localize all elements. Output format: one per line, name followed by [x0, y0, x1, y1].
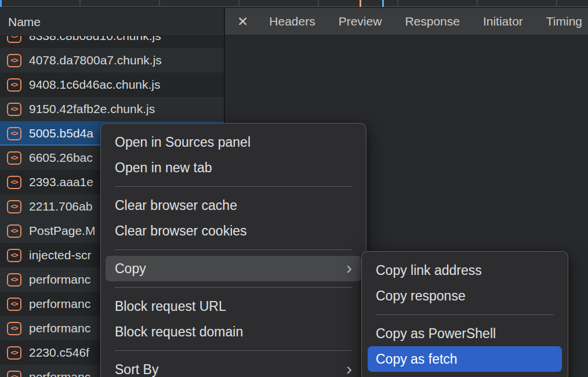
script-file-icon: <>	[7, 346, 21, 360]
menu-item-clear-browser-cookies[interactable]: Clear browser cookies	[101, 218, 366, 244]
table-row-9150-42fafb2e-chunk-js[interactable]: <> 9150.42fafb2e.chunk.js	[0, 97, 224, 121]
menu-separator	[376, 314, 554, 315]
menu-item-block-request-domain[interactable]: Block request domain	[101, 319, 366, 345]
file-name: 6605.26bac	[29, 151, 93, 165]
menu-item-sort-by[interactable]: Sort By ›	[101, 357, 366, 377]
script-file-icon: <>	[7, 298, 21, 311]
file-name: 2230.c546f	[29, 346, 89, 360]
script-file-icon: <>	[7, 322, 21, 335]
script-file-icon: <>	[7, 151, 21, 165]
overview-gridline	[79, 0, 81, 7]
overview-gridline	[238, 0, 239, 7]
script-file-icon: <>	[7, 176, 21, 189]
menu-separator	[115, 350, 352, 351]
file-name: 5005.b5d4a	[29, 126, 93, 140]
network-overview-strip[interactable]	[0, 0, 588, 7]
table-row-8338-c8b08d10-chunk-js[interactable]: <> 8338.c8b08d10.chunk.js	[0, 36, 224, 48]
menu-item-label: Clear browser cookies	[115, 223, 247, 239]
menu-item-label: Clear browser cache	[115, 198, 237, 213]
menu-item-copy[interactable]: Copy ›	[106, 256, 361, 281]
table-row-9408-1c6d46ac-chunk-js[interactable]: <> 9408.1c6d46ac.chunk.js	[0, 72, 224, 97]
menu-separator	[115, 186, 352, 187]
overview-gridline	[318, 0, 319, 7]
menu-item-copy-response[interactable]: Copy response	[362, 283, 568, 309]
menu-item-label: Copy link address	[376, 263, 482, 278]
menu-separator	[115, 287, 352, 288]
menu-item-label: Block request domain	[115, 324, 243, 340]
details-tabbar: ✕ HeadersPreviewResponseInitiatorTiming	[225, 8, 588, 36]
load-event-marker	[382, 0, 384, 7]
file-name: performanc	[29, 321, 90, 335]
menu-item-label: Sort By	[115, 362, 158, 377]
file-name: 9408.1c6d46ac.chunk.js	[29, 78, 161, 92]
close-details-icon[interactable]: ✕	[237, 14, 248, 30]
menu-item-clear-browser-cache[interactable]: Clear browser cache	[101, 193, 366, 218]
overview-gridline	[159, 0, 160, 7]
overview-gridline	[477, 0, 478, 7]
script-file-icon: <>	[7, 200, 21, 213]
menu-item-label: Open in Sources panel	[115, 135, 251, 150]
selection-start-marker	[0, 0, 2, 7]
chevron-right-icon: ›	[346, 255, 352, 281]
file-name: 2211.706ab	[29, 200, 92, 213]
table-row-4078-da7800a7-chunk-js[interactable]: <> 4078.da7800a7.chunk.js	[0, 48, 224, 72]
script-file-icon: <>	[7, 103, 21, 116]
menu-item-label: Copy response	[376, 288, 466, 304]
name-column-label: Name	[8, 15, 41, 29]
menu-item-copy-link-address[interactable]: Copy link address	[362, 258, 568, 283]
file-name: performanc	[29, 370, 90, 377]
menu-item-open-in-new-tab[interactable]: Open in new tab	[101, 155, 366, 180]
tab-timing[interactable]: Timing	[546, 14, 582, 28]
script-file-icon: <>	[7, 249, 21, 262]
menu-item-label: Open in new tab	[115, 160, 212, 176]
menu-item-label: Copy as fetch	[376, 351, 458, 367]
chevron-right-icon: ›	[346, 356, 352, 377]
overview-gridline	[397, 0, 398, 7]
menu-item-label: Copy	[115, 261, 146, 277]
script-file-icon: <>	[7, 127, 21, 140]
script-file-icon: <>	[7, 36, 21, 43]
menu-item-copy-as-fetch[interactable]: Copy as fetch	[368, 346, 562, 372]
file-name: 8338.c8b08d10.chunk.js	[29, 36, 161, 43]
script-file-icon: <>	[7, 224, 21, 238]
tab-initiator[interactable]: Initiator	[483, 14, 523, 28]
file-name: performanc	[29, 273, 90, 287]
dcl-event-marker	[360, 0, 361, 7]
file-name: 9150.42fafb2e.chunk.js	[29, 102, 155, 116]
name-column-header[interactable]: Name	[0, 8, 224, 36]
overview-gridline	[556, 0, 557, 7]
tab-preview[interactable]: Preview	[339, 14, 382, 28]
context-menu: Open in Sources panel Open in new tab Cl…	[100, 123, 366, 377]
script-file-icon: <>	[7, 78, 21, 92]
menu-item-label: Block request URL	[115, 299, 226, 314]
menu-item-block-request-url[interactable]: Block request URL	[101, 293, 366, 319]
menu-item-copy-as-powershell[interactable]: Copy as PowerShell	[362, 321, 568, 346]
file-name: 2393.aaa1e	[29, 175, 93, 189]
copy-submenu: Copy link address Copy response Copy as …	[361, 251, 568, 377]
menu-item-open-in-sources-panel[interactable]: Open in Sources panel	[101, 129, 366, 155]
file-name: injected-scr	[29, 248, 91, 262]
menu-item-label: Copy as PowerShell	[376, 326, 496, 342]
tab-headers[interactable]: Headers	[269, 14, 315, 28]
file-name: performanc	[29, 297, 90, 311]
menu-separator	[115, 249, 352, 250]
script-file-icon: <>	[7, 371, 21, 377]
file-name: 4078.da7800a7.chunk.js	[29, 53, 162, 67]
script-file-icon: <>	[7, 54, 21, 67]
tab-response[interactable]: Response	[405, 14, 460, 28]
script-file-icon: <>	[7, 273, 21, 287]
file-name: PostPage.M	[29, 224, 95, 238]
